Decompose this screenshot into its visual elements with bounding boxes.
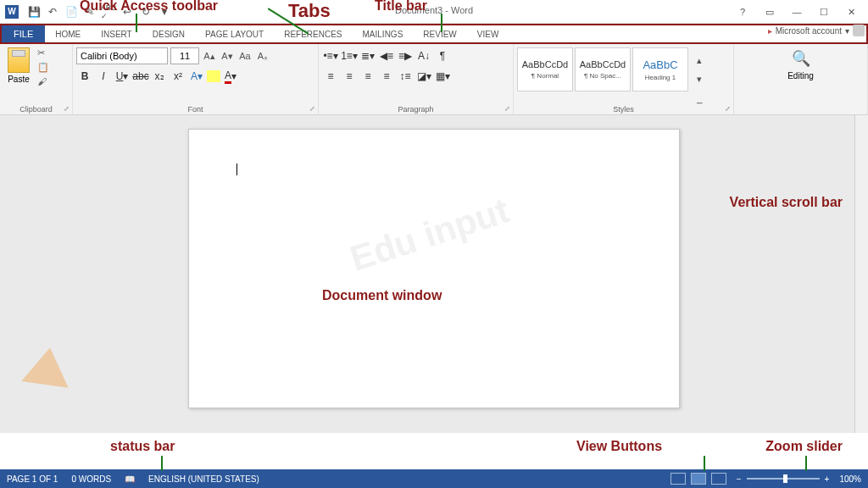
- cut-icon[interactable]: ✂: [37, 47, 49, 58]
- shrink-font-icon[interactable]: A▾: [220, 47, 235, 64]
- view-print-icon[interactable]: [691, 473, 706, 485]
- view-web-icon[interactable]: [711, 473, 726, 485]
- anno-status: status bar: [110, 439, 175, 454]
- account-label: Microsoft account: [776, 26, 842, 36]
- strike-button[interactable]: abc: [132, 68, 149, 85]
- sort-icon[interactable]: A↓: [415, 47, 432, 64]
- copy-icon[interactable]: 📋: [37, 62, 49, 73]
- align-center-icon[interactable]: ≡: [341, 68, 358, 85]
- ribbon-collapse-icon[interactable]: ▭: [760, 3, 780, 20]
- font-name-select[interactable]: Calibri (Body): [76, 47, 168, 64]
- format-painter-icon[interactable]: 🖌: [37, 76, 49, 86]
- show-marks-icon[interactable]: ¶: [434, 47, 451, 64]
- title-bar-text: Document3 - Word: [395, 5, 473, 15]
- anno-zoom: Zoom slider: [765, 439, 843, 454]
- paste-button[interactable]: Paste: [3, 47, 34, 86]
- superscript-button[interactable]: x²: [170, 68, 186, 85]
- decrease-indent-icon[interactable]: ◀≡: [378, 47, 395, 64]
- bullets-icon[interactable]: •≡▾: [322, 47, 339, 64]
- text-cursor: [236, 164, 237, 175]
- underline-button[interactable]: U▾: [114, 68, 131, 85]
- qat-btn-2[interactable]: 📄: [63, 3, 80, 20]
- group-styles: AaBbCcDd ¶ Normal AaBbCcDd ¶ No Spac... …: [514, 44, 734, 114]
- view-buttons: [670, 473, 726, 485]
- zoom-track[interactable]: [747, 478, 820, 480]
- tab-file[interactable]: FILE: [2, 25, 45, 42]
- paste-icon: [8, 47, 30, 73]
- tab-mailings[interactable]: MAILINGS: [353, 25, 414, 42]
- clear-format-icon[interactable]: Aₓ: [255, 47, 270, 64]
- zoom-out-icon[interactable]: −: [737, 474, 742, 484]
- styles-down-icon[interactable]: ▾: [692, 71, 707, 88]
- status-bar: PAGE 1 OF 1 0 WORDS 📖 ENGLISH (UNITED ST…: [0, 469, 868, 488]
- tab-page-layout[interactable]: PAGE LAYOUT: [195, 25, 274, 42]
- font-size-input[interactable]: [170, 47, 199, 64]
- spellcheck-icon[interactable]: ABC✓: [100, 3, 117, 20]
- zoom-in-icon[interactable]: +: [825, 474, 830, 484]
- status-proofing-icon[interactable]: 📖: [125, 474, 135, 484]
- qat-btn-3[interactable]: ✎: [81, 3, 98, 20]
- window-controls: ? ▭ — ☐ ✕: [732, 3, 861, 20]
- maximize-icon[interactable]: ☐: [814, 3, 834, 20]
- ribbon-tabs: FILE HOME INSERT DESIGN PAGE LAYOUT REFE…: [0, 24, 868, 44]
- multilevel-icon[interactable]: ≣▾: [359, 47, 376, 64]
- find-icon[interactable]: 🔍: [792, 49, 810, 68]
- status-page[interactable]: PAGE 1 OF 1: [7, 474, 58, 484]
- align-right-icon[interactable]: ≡: [359, 68, 376, 85]
- font-launcher-icon[interactable]: ⤢: [309, 105, 315, 113]
- bold-button[interactable]: B: [76, 68, 93, 85]
- word-logo-icon: W: [5, 5, 19, 19]
- italic-button[interactable]: I: [95, 68, 112, 85]
- zoom-value[interactable]: 100%: [839, 474, 861, 484]
- redo-icon[interactable]: ↻: [137, 3, 154, 20]
- tab-view[interactable]: VIEW: [467, 25, 509, 42]
- undo-icon[interactable]: ↩: [119, 3, 136, 20]
- qat-customize-icon[interactable]: ▾: [156, 3, 173, 20]
- avatar-icon: [853, 25, 865, 36]
- style-no-spacing[interactable]: AaBbCcDd ¶ No Spac...: [575, 47, 631, 92]
- minimize-icon[interactable]: —: [787, 3, 807, 20]
- tab-home[interactable]: HOME: [45, 25, 91, 42]
- group-paragraph: •≡▾ 1≡▾ ≣▾ ◀≡ ≡▶ A↓ ¶ ≡ ≡ ≡ ≡ ↕≡ ◪▾ ▦▾ P…: [319, 44, 514, 114]
- style-heading1[interactable]: AaBbC Heading 1: [632, 47, 688, 92]
- save-icon[interactable]: 💾: [25, 3, 42, 20]
- watermark-triangle-icon: [21, 344, 74, 387]
- styles-more-icon[interactable]: ⎯: [692, 90, 707, 107]
- paragraph-launcher-icon[interactable]: ⤢: [504, 105, 510, 113]
- anno-viewbtns: View Buttons: [576, 439, 662, 454]
- numbering-icon[interactable]: 1≡▾: [341, 47, 358, 64]
- tab-design[interactable]: DESIGN: [142, 25, 195, 42]
- justify-icon[interactable]: ≡: [378, 68, 395, 85]
- highlight-icon[interactable]: [207, 70, 220, 82]
- shading-icon[interactable]: ◪▾: [415, 68, 432, 85]
- line-spacing-icon[interactable]: ↕≡: [397, 68, 414, 85]
- increase-indent-icon[interactable]: ≡▶: [397, 47, 414, 64]
- styles-up-icon[interactable]: ▴: [692, 53, 707, 69]
- qat-btn-1[interactable]: ↶: [44, 3, 61, 20]
- style-normal[interactable]: AaBbCcDd ¶ Normal: [517, 47, 573, 92]
- status-language[interactable]: ENGLISH (UNITED STATES): [148, 474, 259, 484]
- tab-review[interactable]: REVIEW: [413, 25, 466, 42]
- help-icon[interactable]: ?: [732, 3, 753, 20]
- tab-insert[interactable]: INSERT: [91, 25, 142, 42]
- view-read-icon[interactable]: [670, 473, 686, 485]
- align-left-icon[interactable]: ≡: [322, 68, 339, 85]
- account-area[interactable]: ▸ Microsoft account ▾: [768, 25, 865, 36]
- document-area: [0, 115, 868, 433]
- styles-launcher-icon[interactable]: ⤢: [725, 105, 731, 113]
- tab-references[interactable]: REFERENCES: [274, 25, 352, 42]
- grow-font-icon[interactable]: A▴: [202, 47, 217, 64]
- status-words[interactable]: 0 WORDS: [71, 474, 111, 484]
- subscript-button[interactable]: x₂: [151, 68, 168, 85]
- group-font: Calibri (Body) A▴ A▾ Aa Aₓ B I U▾ abc x₂…: [73, 44, 319, 114]
- clipboard-launcher-icon[interactable]: ⤢: [64, 105, 70, 113]
- group-clipboard: Paste ✂ 📋 🖌 Clipboard ⤢: [0, 44, 73, 114]
- change-case-icon[interactable]: Aa: [237, 47, 253, 64]
- zoom-slider[interactable]: − + 100%: [737, 474, 861, 484]
- font-color-icon[interactable]: A▾: [222, 68, 239, 85]
- document-page[interactable]: [188, 129, 680, 408]
- text-effects-icon[interactable]: A▾: [188, 68, 205, 85]
- borders-icon[interactable]: ▦▾: [434, 68, 451, 85]
- vertical-scrollbar[interactable]: [854, 115, 868, 433]
- close-icon[interactable]: ✕: [841, 3, 861, 20]
